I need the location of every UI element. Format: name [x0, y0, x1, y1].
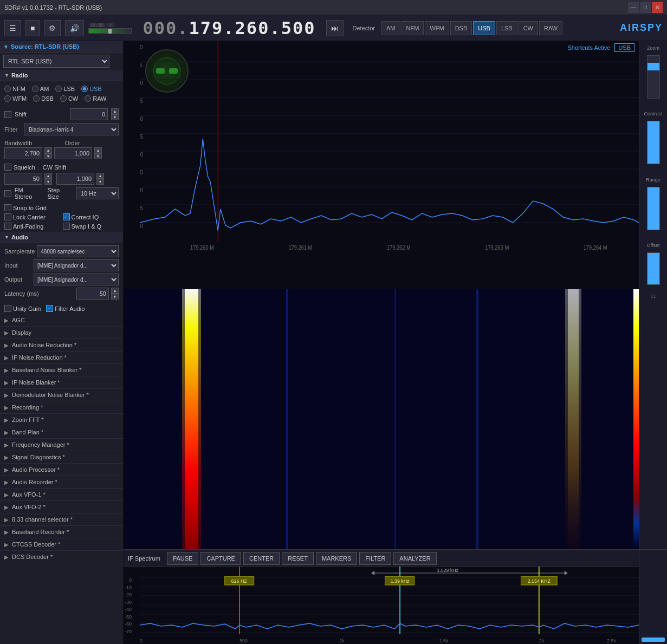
plugin-item-17[interactable]: ▶ Baseband Recorder * [0, 526, 123, 538]
menu-button[interactable]: ☰ [4, 20, 21, 36]
if-pause-button[interactable]: PAUSE [167, 552, 198, 565]
if-analyzer-button[interactable]: ANALYZER [393, 552, 436, 565]
lock-carrier-checkbox[interactable] [4, 213, 11, 220]
shift-checkbox[interactable] [4, 111, 11, 118]
mode-cw[interactable]: CW [519, 21, 538, 35]
radio-am[interactable]: AM [32, 86, 49, 92]
settings-button[interactable]: ⚙ [44, 20, 61, 36]
correct-iq-checkbox[interactable] [63, 213, 70, 220]
lock-carrier-item[interactable]: Lock Carrier [4, 213, 61, 220]
if-markers-button[interactable]: MARKERS [316, 552, 357, 565]
offset-slider[interactable] [647, 252, 660, 285]
maximize-button[interactable]: □ [640, 2, 651, 13]
plugin-item-13[interactable]: ▶ Audio Recorder * [0, 476, 123, 489]
plugin-item-1[interactable]: ▶ Display [0, 327, 123, 339]
squelch-up[interactable]: ▲ [44, 173, 52, 179]
mode-am[interactable]: AM [381, 21, 400, 35]
cw-shift-down[interactable]: ▼ [96, 179, 104, 185]
plugin-item-15[interactable]: ▶ Aux VFO-2 * [0, 501, 123, 513]
cw-shift-up[interactable]: ▲ [96, 173, 104, 179]
contrast-slider[interactable] [647, 121, 660, 164]
radio-lsb[interactable]: LSB [55, 86, 75, 92]
plugin-item-11[interactable]: ▶ Signal Diagnostics * [0, 451, 123, 464]
order-input[interactable] [54, 147, 92, 159]
plugin-item-4[interactable]: ▶ Baseband Noise Blanker * [0, 364, 123, 376]
bandwidth-down[interactable]: ▼ [44, 153, 52, 159]
latency-down[interactable]: ▼ [111, 294, 119, 300]
snap-to-grid-checkbox[interactable] [4, 204, 11, 211]
stop-button[interactable]: ■ [25, 20, 40, 36]
step-size-select[interactable]: 10 Hz [76, 187, 119, 199]
volume-bar[interactable] [88, 28, 132, 34]
samplerate-select[interactable]: 48000 sample/sec [37, 245, 119, 257]
input-select[interactable]: [MME] Asignador d... [34, 259, 119, 271]
if-scrollbar[interactable] [642, 638, 665, 642]
squelch-checkbox[interactable] [4, 164, 11, 171]
mode-dsb[interactable]: DSB [450, 21, 472, 35]
swap-iq-checkbox[interactable] [63, 223, 70, 230]
minimize-button[interactable]: — [628, 2, 639, 13]
radio-usb[interactable]: USB [81, 86, 102, 92]
plugin-item-19[interactable]: ▶ DCS Decoder * [0, 551, 123, 563]
shift-input[interactable]: 0 [70, 108, 108, 120]
anti-fading-checkbox[interactable] [4, 223, 11, 230]
radio-section-header[interactable]: ▼ Radio [0, 70, 123, 81]
shift-up[interactable]: ▲ [111, 108, 119, 114]
zoom-slider[interactable] [647, 55, 660, 99]
if-capture-button[interactable]: CAPTURE [200, 552, 241, 565]
plugin-item-0[interactable]: ▶ AGC [0, 314, 123, 327]
cw-shift-input[interactable] [56, 173, 94, 185]
latency-input[interactable] [76, 288, 109, 300]
fm-stereo-checkbox[interactable] [4, 190, 11, 197]
mode-raw[interactable]: RAW [539, 21, 562, 35]
latency-up[interactable]: ▲ [111, 288, 119, 294]
squelch-input[interactable] [4, 173, 42, 185]
if-reset-button[interactable]: RESET [282, 552, 314, 565]
if-center-button[interactable]: CENTER [243, 552, 280, 565]
unity-gain-item[interactable]: Unity Gain [4, 305, 41, 312]
audio-section-header[interactable]: ▼ Audio [0, 232, 123, 243]
close-button[interactable]: ✕ [652, 2, 663, 13]
correct-iq-item[interactable]: Correct IQ [63, 213, 119, 220]
radio-wfm[interactable]: WFM [4, 95, 27, 102]
plugin-item-8[interactable]: ▶ Zoom FFT * [0, 414, 123, 426]
radio-dsb[interactable]: DSB [33, 95, 54, 102]
mode-lsb[interactable]: LSB [496, 21, 517, 35]
squelch-down[interactable]: ▼ [44, 179, 52, 185]
plugin-item-12[interactable]: ▶ Audio Processor * [0, 464, 123, 476]
plugin-item-14[interactable]: ▶ Aux VFO-1 * [0, 489, 123, 501]
plugin-item-10[interactable]: ▶ Frequency Manager * [0, 439, 123, 451]
bandwidth-input[interactable] [4, 147, 42, 159]
radio-nfm[interactable]: NFM [4, 86, 25, 92]
plugin-item-7[interactable]: ▶ Recording * [0, 401, 123, 414]
range-slider[interactable] [647, 187, 660, 230]
anti-fading-item[interactable]: Anti-Fading [4, 223, 61, 230]
plugin-item-6[interactable]: ▶ Demodulator Noise Blanker * [0, 389, 123, 401]
filter-audio-checkbox[interactable] [46, 305, 53, 312]
source-select[interactable]: RTL-SDR (USB) [3, 55, 109, 68]
swap-iq-item[interactable]: Swap I & Q [63, 223, 119, 230]
output-select[interactable]: [MME] Asignador d... [34, 274, 119, 285]
plugin-item-5[interactable]: ▶ IF Noise Blanker * [0, 376, 123, 389]
mode-wfm[interactable]: WFM [425, 21, 449, 35]
plugin-item-3[interactable]: ▶ IF Noise Reduction * [0, 352, 123, 364]
filter-audio-item[interactable]: Filter Audio [46, 305, 85, 312]
unity-gain-checkbox[interactable] [4, 305, 11, 312]
if-filter-button[interactable]: FILTER [359, 552, 391, 565]
plugin-item-18[interactable]: ▶ CTCSS Decoder * [0, 538, 123, 551]
audio-button[interactable]: 🔊 [65, 20, 84, 36]
mode-usb[interactable]: USB [473, 21, 495, 35]
plugin-item-16[interactable]: ▶ 8.33 channel selector * [0, 513, 123, 526]
order-up[interactable]: ▲ [94, 147, 102, 153]
shift-down[interactable]: ▼ [111, 114, 119, 120]
plugin-item-2[interactable]: ▶ Audio Noise Reduction * [0, 339, 123, 352]
radio-cw[interactable]: CW [60, 95, 78, 102]
filter-select[interactable]: Blackman-Harris 4 [24, 123, 119, 135]
skip-button[interactable]: ⏭ [326, 20, 344, 36]
plugin-item-9[interactable]: ▶ Band Plan * [0, 426, 123, 439]
snap-to-grid-item[interactable]: Snap to Grid [4, 204, 61, 211]
radio-raw[interactable]: RAW [85, 95, 106, 102]
order-down[interactable]: ▼ [94, 153, 102, 159]
mode-nfm[interactable]: NFM [402, 21, 424, 35]
bandwidth-up[interactable]: ▲ [44, 147, 52, 153]
